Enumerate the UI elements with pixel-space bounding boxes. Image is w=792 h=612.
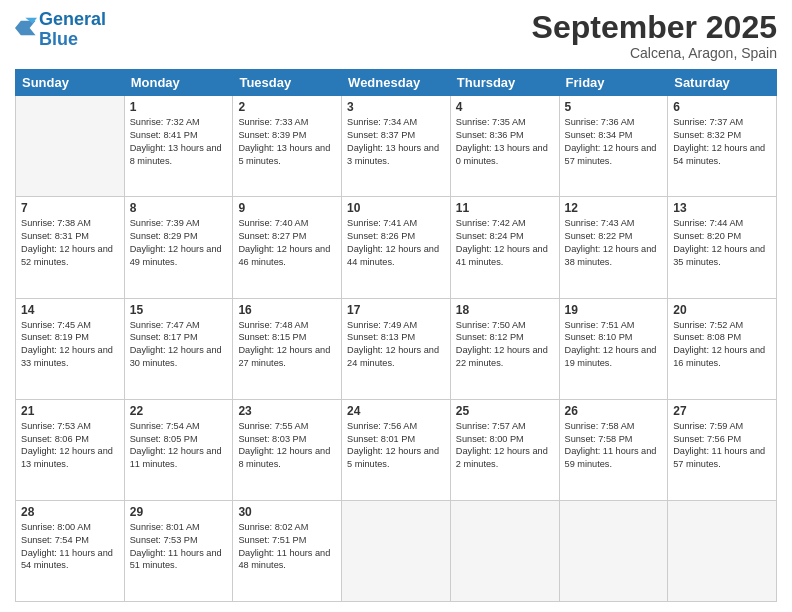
day-info: Sunrise: 7:47 AM Sunset: 8:17 PM Dayligh…: [130, 319, 228, 371]
calendar-cell: 20Sunrise: 7:52 AM Sunset: 8:08 PM Dayli…: [668, 298, 777, 399]
logo-text: General Blue: [39, 10, 106, 50]
day-info: Sunrise: 7:40 AM Sunset: 8:27 PM Dayligh…: [238, 217, 336, 269]
calendar-cell: 26Sunrise: 7:58 AM Sunset: 7:58 PM Dayli…: [559, 399, 668, 500]
page: General Blue September 2025 Calcena, Ara…: [0, 0, 792, 612]
day-info: Sunrise: 7:55 AM Sunset: 8:03 PM Dayligh…: [238, 420, 336, 472]
calendar-cell: 2Sunrise: 7:33 AM Sunset: 8:39 PM Daylig…: [233, 96, 342, 197]
day-info: Sunrise: 7:32 AM Sunset: 8:41 PM Dayligh…: [130, 116, 228, 168]
day-info: Sunrise: 7:50 AM Sunset: 8:12 PM Dayligh…: [456, 319, 554, 371]
day-number: 5: [565, 100, 663, 114]
calendar-cell: 3Sunrise: 7:34 AM Sunset: 8:37 PM Daylig…: [342, 96, 451, 197]
weekday-header-thursday: Thursday: [450, 70, 559, 96]
day-info: Sunrise: 7:41 AM Sunset: 8:26 PM Dayligh…: [347, 217, 445, 269]
day-info: Sunrise: 7:58 AM Sunset: 7:58 PM Dayligh…: [565, 420, 663, 472]
day-number: 9: [238, 201, 336, 215]
day-info: Sunrise: 7:34 AM Sunset: 8:37 PM Dayligh…: [347, 116, 445, 168]
day-number: 30: [238, 505, 336, 519]
day-number: 25: [456, 404, 554, 418]
day-number: 15: [130, 303, 228, 317]
weekday-header-saturday: Saturday: [668, 70, 777, 96]
calendar-cell: 12Sunrise: 7:43 AM Sunset: 8:22 PM Dayli…: [559, 197, 668, 298]
weekday-header-row: SundayMondayTuesdayWednesdayThursdayFrid…: [16, 70, 777, 96]
day-info: Sunrise: 7:51 AM Sunset: 8:10 PM Dayligh…: [565, 319, 663, 371]
calendar-cell: 5Sunrise: 7:36 AM Sunset: 8:34 PM Daylig…: [559, 96, 668, 197]
calendar-cell: 8Sunrise: 7:39 AM Sunset: 8:29 PM Daylig…: [124, 197, 233, 298]
calendar-cell: 22Sunrise: 7:54 AM Sunset: 8:05 PM Dayli…: [124, 399, 233, 500]
day-number: 13: [673, 201, 771, 215]
day-number: 24: [347, 404, 445, 418]
day-info: Sunrise: 8:01 AM Sunset: 7:53 PM Dayligh…: [130, 521, 228, 573]
day-number: 7: [21, 201, 119, 215]
calendar-week-5: 28Sunrise: 8:00 AM Sunset: 7:54 PM Dayli…: [16, 500, 777, 601]
calendar-cell: 1Sunrise: 7:32 AM Sunset: 8:41 PM Daylig…: [124, 96, 233, 197]
header: General Blue September 2025 Calcena, Ara…: [15, 10, 777, 61]
day-number: 12: [565, 201, 663, 215]
day-number: 14: [21, 303, 119, 317]
day-number: 16: [238, 303, 336, 317]
calendar-cell: 4Sunrise: 7:35 AM Sunset: 8:36 PM Daylig…: [450, 96, 559, 197]
calendar-cell: 28Sunrise: 8:00 AM Sunset: 7:54 PM Dayli…: [16, 500, 125, 601]
day-number: 8: [130, 201, 228, 215]
day-info: Sunrise: 7:43 AM Sunset: 8:22 PM Dayligh…: [565, 217, 663, 269]
day-info: Sunrise: 7:59 AM Sunset: 7:56 PM Dayligh…: [673, 420, 771, 472]
day-info: Sunrise: 7:37 AM Sunset: 8:32 PM Dayligh…: [673, 116, 771, 168]
calendar-cell: 13Sunrise: 7:44 AM Sunset: 8:20 PM Dayli…: [668, 197, 777, 298]
weekday-header-monday: Monday: [124, 70, 233, 96]
weekday-header-wednesday: Wednesday: [342, 70, 451, 96]
calendar-cell: [450, 500, 559, 601]
calendar-cell: 7Sunrise: 7:38 AM Sunset: 8:31 PM Daylig…: [16, 197, 125, 298]
day-number: 18: [456, 303, 554, 317]
title-area: September 2025 Calcena, Aragon, Spain: [532, 10, 777, 61]
calendar-cell: 11Sunrise: 7:42 AM Sunset: 8:24 PM Dayli…: [450, 197, 559, 298]
location: Calcena, Aragon, Spain: [532, 45, 777, 61]
day-number: 23: [238, 404, 336, 418]
day-info: Sunrise: 7:44 AM Sunset: 8:20 PM Dayligh…: [673, 217, 771, 269]
calendar-week-1: 1Sunrise: 7:32 AM Sunset: 8:41 PM Daylig…: [16, 96, 777, 197]
day-number: 26: [565, 404, 663, 418]
calendar-cell: 30Sunrise: 8:02 AM Sunset: 7:51 PM Dayli…: [233, 500, 342, 601]
day-number: 20: [673, 303, 771, 317]
calendar-week-2: 7Sunrise: 7:38 AM Sunset: 8:31 PM Daylig…: [16, 197, 777, 298]
day-number: 19: [565, 303, 663, 317]
day-number: 1: [130, 100, 228, 114]
weekday-header-friday: Friday: [559, 70, 668, 96]
day-number: 28: [21, 505, 119, 519]
day-number: 27: [673, 404, 771, 418]
calendar-cell: 19Sunrise: 7:51 AM Sunset: 8:10 PM Dayli…: [559, 298, 668, 399]
day-info: Sunrise: 7:33 AM Sunset: 8:39 PM Dayligh…: [238, 116, 336, 168]
day-number: 11: [456, 201, 554, 215]
calendar-cell: [559, 500, 668, 601]
day-number: 4: [456, 100, 554, 114]
day-info: Sunrise: 8:00 AM Sunset: 7:54 PM Dayligh…: [21, 521, 119, 573]
calendar-cell: 17Sunrise: 7:49 AM Sunset: 8:13 PM Dayli…: [342, 298, 451, 399]
calendar-cell: 15Sunrise: 7:47 AM Sunset: 8:17 PM Dayli…: [124, 298, 233, 399]
day-info: Sunrise: 7:56 AM Sunset: 8:01 PM Dayligh…: [347, 420, 445, 472]
calendar-cell: [16, 96, 125, 197]
calendar-cell: 29Sunrise: 8:01 AM Sunset: 7:53 PM Dayli…: [124, 500, 233, 601]
calendar-cell: 18Sunrise: 7:50 AM Sunset: 8:12 PM Dayli…: [450, 298, 559, 399]
day-info: Sunrise: 7:57 AM Sunset: 8:00 PM Dayligh…: [456, 420, 554, 472]
calendar-cell: 9Sunrise: 7:40 AM Sunset: 8:27 PM Daylig…: [233, 197, 342, 298]
calendar-cell: 21Sunrise: 7:53 AM Sunset: 8:06 PM Dayli…: [16, 399, 125, 500]
day-info: Sunrise: 7:36 AM Sunset: 8:34 PM Dayligh…: [565, 116, 663, 168]
calendar-table: SundayMondayTuesdayWednesdayThursdayFrid…: [15, 69, 777, 602]
calendar-cell: 14Sunrise: 7:45 AM Sunset: 8:19 PM Dayli…: [16, 298, 125, 399]
calendar-cell: 6Sunrise: 7:37 AM Sunset: 8:32 PM Daylig…: [668, 96, 777, 197]
day-info: Sunrise: 7:54 AM Sunset: 8:05 PM Dayligh…: [130, 420, 228, 472]
day-number: 21: [21, 404, 119, 418]
calendar-cell: 10Sunrise: 7:41 AM Sunset: 8:26 PM Dayli…: [342, 197, 451, 298]
day-number: 17: [347, 303, 445, 317]
logo: General Blue: [15, 10, 106, 50]
day-number: 6: [673, 100, 771, 114]
day-info: Sunrise: 7:52 AM Sunset: 8:08 PM Dayligh…: [673, 319, 771, 371]
calendar-cell: 24Sunrise: 7:56 AM Sunset: 8:01 PM Dayli…: [342, 399, 451, 500]
day-number: 2: [238, 100, 336, 114]
calendar-cell: [668, 500, 777, 601]
day-info: Sunrise: 7:48 AM Sunset: 8:15 PM Dayligh…: [238, 319, 336, 371]
month-title: September 2025: [532, 10, 777, 45]
day-info: Sunrise: 7:39 AM Sunset: 8:29 PM Dayligh…: [130, 217, 228, 269]
day-info: Sunrise: 8:02 AM Sunset: 7:51 PM Dayligh…: [238, 521, 336, 573]
calendar-cell: [342, 500, 451, 601]
calendar-cell: 25Sunrise: 7:57 AM Sunset: 8:00 PM Dayli…: [450, 399, 559, 500]
day-info: Sunrise: 7:49 AM Sunset: 8:13 PM Dayligh…: [347, 319, 445, 371]
